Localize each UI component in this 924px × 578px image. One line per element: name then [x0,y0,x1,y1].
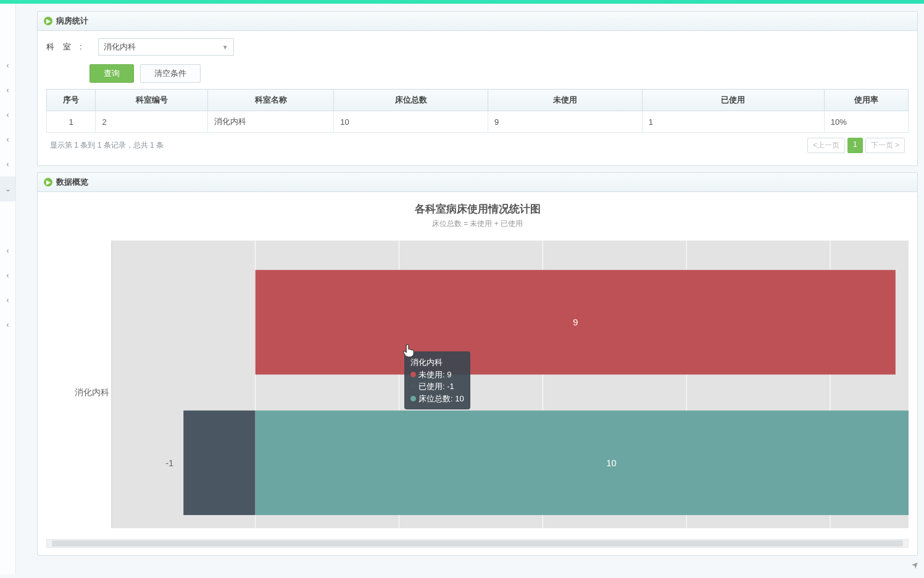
panel-header: ▶ 病房统计 [38,12,917,31]
sidebar-collapse-toggle[interactable]: ‹ [0,78,15,103]
table-header-row: 序号 科室编号 科室名称 床位总数 未使用 已使用 使用率 [47,90,909,111]
sidebar-collapse-toggle[interactable]: ‹ [0,152,15,177]
th-dept-no[interactable]: 科室编号 [96,90,208,111]
pager: <上一页 1 下一页 > [807,138,905,153]
cell-rate: 10% [824,111,908,133]
cell-unused: 9 [488,111,642,133]
left-sidebar: ‹ ‹ ‹ ‹ ‹ ⌄ ‹ ‹ ‹ ‹ [0,4,16,574]
cell-seq: 1 [47,111,96,133]
cell-used: 1 [642,111,824,133]
sidebar-collapse-toggle[interactable]: ‹ [0,127,15,152]
panel-header: ▶ 数据概览 [38,173,917,192]
sidebar-collapse-toggle[interactable]: ‹ [0,238,15,263]
play-icon: ▶ [44,17,52,25]
sidebar-collapse-toggle[interactable]: ‹ [0,312,15,337]
pager-page-1[interactable]: 1 [847,138,863,153]
th-rate[interactable]: 使用率 [824,90,908,111]
chart-subtitle: 床位总数 = 未使用 + 已使用 [46,219,909,229]
chart-bar-used-label: -1 [165,458,173,468]
table-row[interactable]: 1 2 消化内科 10 9 1 10% [47,111,909,133]
th-unused[interactable]: 未使用 [488,90,642,111]
table-info: 显示第 1 条到 1 条记录，总共 1 条 [50,140,164,151]
chart-area: 9 -1 10 消化内科 消化内科 未使用: 9 [46,234,909,537]
horizontal-scrollbar[interactable] [46,539,909,548]
sidebar-collapse-toggle[interactable]: ‹ [0,103,15,127]
chart-bar-unused-label: 9 [573,317,578,327]
filter-label-dept: 科室: [46,41,91,52]
ward-table: 序号 科室编号 科室名称 床位总数 未使用 已使用 使用率 1 2 [46,89,909,133]
panel-data-overview: ▶ 数据概览 各科室病床使用情况统计图 床位总数 = 未使用 + 已使用 [37,172,918,556]
dept-select-value: 消化内科 [104,41,136,52]
clear-button[interactable]: 清空条件 [140,64,201,83]
clear-button-label: 清空条件 [154,68,186,79]
chart-y-category: 消化内科 [75,388,109,397]
pager-next[interactable]: 下一页 > [865,138,905,153]
th-used[interactable]: 已使用 [642,90,824,111]
sidebar-collapse-toggle[interactable]: ‹ [0,263,15,288]
panel-title: 数据概览 [56,177,88,188]
search-button[interactable]: 查询 [89,64,134,83]
chart-bar-total-label: 10 [606,458,616,468]
chart-svg[interactable]: 9 -1 10 消化内科 [46,234,909,535]
sidebar-collapse-toggle[interactable]: ‹ [0,288,15,312]
panel-title: 病房统计 [56,15,88,27]
filter-row: 科室: 消化内科 ▼ [46,38,909,56]
th-dept-name[interactable]: 科室名称 [208,90,334,111]
pager-prev[interactable]: <上一页 [807,138,845,153]
dept-select[interactable]: 消化内科 ▼ [98,38,234,56]
chart-bar-total[interactable] [256,411,909,515]
cell-total: 10 [334,111,488,133]
th-total[interactable]: 床位总数 [334,90,488,111]
sidebar-collapse-toggle[interactable]: ‹ [0,53,15,78]
panel-ward-statistics: ▶ 病房统计 科室: 消化内科 ▼ 查询 清空条件 [37,11,918,166]
play-icon: ▶ [44,178,52,186]
cell-dept-no: 2 [96,111,208,133]
sidebar-expand-toggle[interactable]: ⌄ [0,177,15,201]
search-button-label: 查询 [104,68,120,79]
caret-down-icon: ▼ [222,44,228,51]
rocket-icon[interactable]: ➤ [909,558,922,571]
chart-title: 各科室病床使用情况统计图 [46,202,909,216]
cell-dept-name: 消化内科 [208,111,334,133]
scrollbar-thumb[interactable] [52,540,903,547]
th-seq[interactable]: 序号 [47,90,96,111]
chart-bar-used[interactable] [183,411,255,515]
